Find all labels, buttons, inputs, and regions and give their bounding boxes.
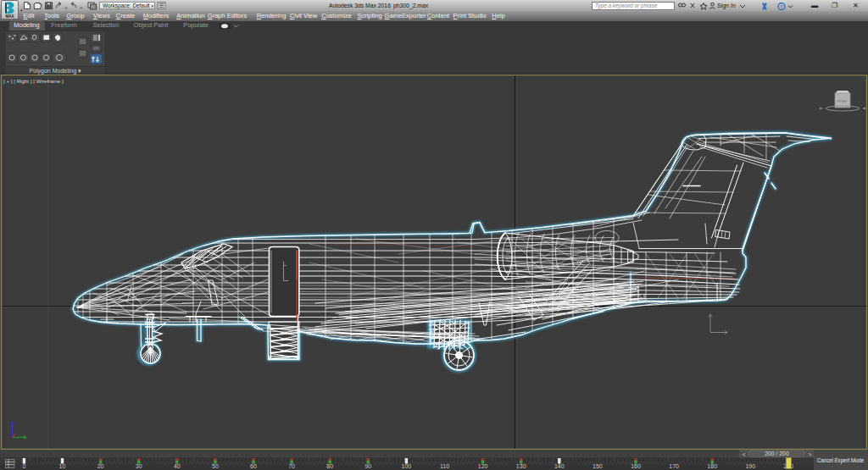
svg-text:140: 140 <box>554 463 565 469</box>
svg-text:170: 170 <box>669 463 679 469</box>
svg-text:40: 40 <box>174 463 181 469</box>
svg-text:130: 130 <box>516 463 526 469</box>
svg-text:150: 150 <box>593 463 603 469</box>
svg-text:Cancel Expert Mode: Cancel Expert Mode <box>817 457 865 464</box>
svg-text:>: > <box>808 451 811 457</box>
svg-text:10: 10 <box>59 463 66 469</box>
svg-text:80: 80 <box>326 463 333 469</box>
svg-text:50: 50 <box>212 463 219 469</box>
svg-text:120: 120 <box>478 463 488 469</box>
svg-text:200 / 200: 200 / 200 <box>765 451 789 456</box>
svg-text:70: 70 <box>288 463 295 469</box>
svg-text:?: ? <box>780 4 783 9</box>
svg-text:100: 100 <box>402 463 412 469</box>
svg-text:RIGHT: RIGHT <box>837 100 848 103</box>
svg-text:180: 180 <box>707 463 717 469</box>
svg-text:160: 160 <box>631 463 641 469</box>
svg-text:190: 190 <box>745 463 755 469</box>
svg-text:60: 60 <box>250 463 257 469</box>
svg-text:MAX: MAX <box>5 14 14 19</box>
svg-text:<: < <box>743 451 746 457</box>
svg-text:[ + ] [ Right ] [ Wireframe ]: [ + ] [ Right ] [ Wireframe ] <box>3 78 64 84</box>
svg-text:90: 90 <box>364 463 371 469</box>
svg-text:30: 30 <box>136 463 142 469</box>
svg-text:110: 110 <box>440 463 449 469</box>
svg-text:0: 0 <box>22 463 25 469</box>
svg-text:20: 20 <box>97 463 104 469</box>
